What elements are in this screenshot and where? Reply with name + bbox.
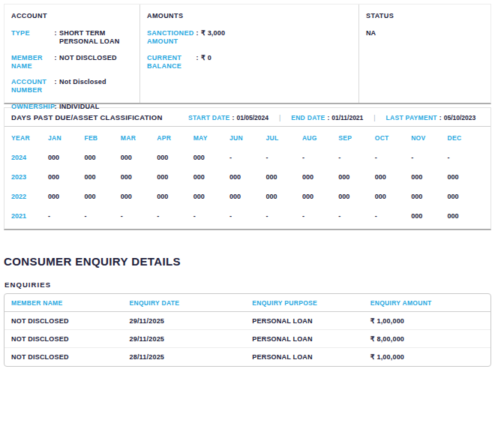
dpd-title: DAYS PAST DUE/ASSET CLASSIFICATION: [11, 113, 188, 122]
member-name-row: MEMBER NAME : NOT DISCLOSED: [11, 54, 132, 71]
dpd-value: 000: [230, 193, 266, 200]
dpd-value: 000: [266, 173, 302, 181]
current-balance-value: ₹ 0: [201, 54, 351, 71]
dpd-year: 2024: [11, 154, 48, 161]
dpd-row-2022: 2022 000 000 000 000 000 000 000 000 000…: [4, 187, 490, 206]
dpd-col-feb: FEB: [84, 134, 120, 142]
dpd-row-2024: 2024 000 000 000 000 000 - - - - - - -: [4, 148, 490, 167]
col-enquiry-date: ENQUIRY DATE: [130, 299, 253, 307]
sanctioned-amount-label: SANCTIONED AMOUNT: [147, 29, 194, 46]
dpd-value: -: [338, 212, 374, 220]
dpd-col-jul: JUL: [266, 134, 302, 142]
enquiry-row: NOT DISCLOSED 29/11/2025 PERSONAL LOAN ₹…: [4, 330, 490, 348]
dpd-year: 2022: [11, 193, 48, 200]
dpd-value: -: [266, 212, 302, 220]
consumer-enquiry-heading: CONSUMER ENQUIRY DETAILS: [4, 255, 504, 268]
dpd-value: -: [266, 154, 302, 161]
dpd-value: 000: [48, 173, 84, 181]
amounts-panel-title: AMOUNTS: [147, 12, 351, 20]
end-date-value: 01/11/2021: [332, 114, 363, 122]
colon-separator: :: [194, 54, 201, 71]
dpd-year: 2023: [11, 173, 48, 181]
status-value: NA: [366, 29, 483, 37]
dpd-col-oct: OCT: [375, 134, 411, 142]
colon-separator: :: [194, 29, 201, 46]
enquiry-date: 28/11/2025: [130, 353, 253, 361]
colon-separator: :: [52, 29, 59, 46]
enquiry-date: 29/11/2025: [130, 335, 253, 343]
dpd-row-2023: 2023 000 000 000 000 000 000 000 000 000…: [4, 167, 490, 187]
dpd-value: 000: [448, 193, 484, 200]
enquiry-member-name: NOT DISCLOSED: [11, 335, 130, 343]
dpd-value: -: [230, 212, 266, 220]
colon-separator: :: [52, 54, 59, 71]
start-date-value: 01/05/2024: [236, 114, 268, 122]
dpd-value: 000: [302, 173, 338, 181]
ownership-row: OWNERSHIP : INDIVIDUAL: [11, 103, 132, 111]
dpd-value: 000: [194, 154, 230, 161]
dpd-value: 000: [121, 173, 157, 181]
last-payment-value: 05/10/2023: [444, 114, 476, 122]
enquiry-member-name: NOT DISCLOSED: [11, 317, 130, 325]
dpd-value: 000: [302, 193, 338, 200]
colon-separator: :: [440, 114, 442, 122]
dpd-value: 000: [157, 154, 193, 161]
enquiry-purpose: PERSONAL LOAN: [252, 353, 370, 361]
account-panel-title: ACCOUNT: [11, 12, 132, 20]
dpd-value: -: [302, 212, 338, 220]
account-panel: ACCOUNT TYPE : SHORT TERM PERSONAL LOAN …: [4, 4, 140, 103]
member-name-label: MEMBER NAME: [11, 54, 52, 71]
dpd-value: 000: [121, 154, 157, 161]
dpd-table: YEAR JAN FEB MAR APR MAY JUN JUL AUG SEP…: [4, 127, 490, 229]
account-number-row: ACCOUNT NUMBER : Not Disclosed: [11, 78, 132, 95]
account-summary-panels: ACCOUNT TYPE : SHORT TERM PERSONAL LOAN …: [4, 4, 491, 104]
dpd-value: -: [84, 212, 120, 220]
dpd-row-2021: 2021 - - - - - - - - - - 000 000: [4, 206, 490, 226]
dpd-col-mar: MAR: [121, 134, 157, 142]
current-balance-row: CURRENT BALANCE : ₹ 0: [147, 54, 351, 71]
dpd-header-row: YEAR JAN FEB MAR APR MAY JUN JUL AUG SEP…: [4, 128, 490, 148]
dpd-value: 000: [157, 193, 193, 200]
dpd-value: -: [230, 154, 266, 161]
dpd-header: DAYS PAST DUE/ASSET CLASSIFICATION START…: [4, 108, 490, 127]
dpd-value: -: [338, 154, 374, 161]
amounts-panel: AMOUNTS SANCTIONED AMOUNT : ₹ 3,000 CURR…: [140, 4, 358, 103]
account-type-row: TYPE : SHORT TERM PERSONAL LOAN: [11, 29, 132, 46]
enquiry-amount: ₹ 1,00,000: [370, 317, 484, 325]
sanctioned-amount-row: SANCTIONED AMOUNT : ₹ 3,000: [147, 29, 351, 46]
dpd-value: 000: [230, 173, 266, 181]
dpd-value: 000: [84, 173, 120, 181]
dpd-value: 000: [48, 154, 84, 161]
dpd-value: 000: [84, 154, 120, 161]
pipe-separator: |: [279, 114, 280, 122]
dpd-col-dec: DEC: [448, 134, 484, 142]
dpd-value: 000: [338, 173, 374, 181]
dpd-col-nov: NOV: [411, 134, 447, 142]
dpd-value: -: [375, 154, 411, 161]
start-date-label: START DATE: [188, 114, 230, 122]
enquiry-amount: ₹ 1,00,000: [370, 353, 484, 361]
dpd-col-jan: JAN: [48, 134, 84, 142]
account-number-label: ACCOUNT NUMBER: [11, 78, 52, 95]
dpd-col-year: YEAR: [11, 134, 48, 142]
dpd-value: 000: [157, 173, 193, 181]
col-enquiry-amount: ENQUIRY AMOUNT: [370, 299, 484, 307]
col-enquiry-purpose: ENQUIRY PURPOSE: [252, 299, 370, 307]
credit-report-page: ACCOUNT TYPE : SHORT TERM PERSONAL LOAN …: [0, 4, 504, 444]
enquiries-header-row: MEMBER NAME ENQUIRY DATE ENQUIRY PURPOSE…: [4, 294, 490, 312]
enquiry-row: NOT DISCLOSED 28/11/2025 PERSONAL LOAN ₹…: [4, 348, 490, 366]
enquiry-purpose: PERSONAL LOAN: [252, 335, 370, 343]
dpd-value: 000: [121, 193, 157, 200]
dpd-value: 000: [448, 173, 484, 181]
account-type-value: SHORT TERM PERSONAL LOAN: [59, 29, 132, 46]
dpd-value: 000: [48, 193, 84, 200]
colon-separator: :: [52, 78, 59, 95]
dpd-value: 000: [194, 173, 230, 181]
dpd-value: -: [157, 212, 193, 220]
colon-separator: :: [327, 114, 329, 122]
dpd-value: -: [448, 154, 484, 161]
dpd-value: 000: [411, 193, 447, 200]
dpd-value: 000: [411, 212, 447, 220]
status-panel: STATUS NA: [358, 4, 490, 103]
dpd-col-may: MAY: [194, 134, 230, 142]
